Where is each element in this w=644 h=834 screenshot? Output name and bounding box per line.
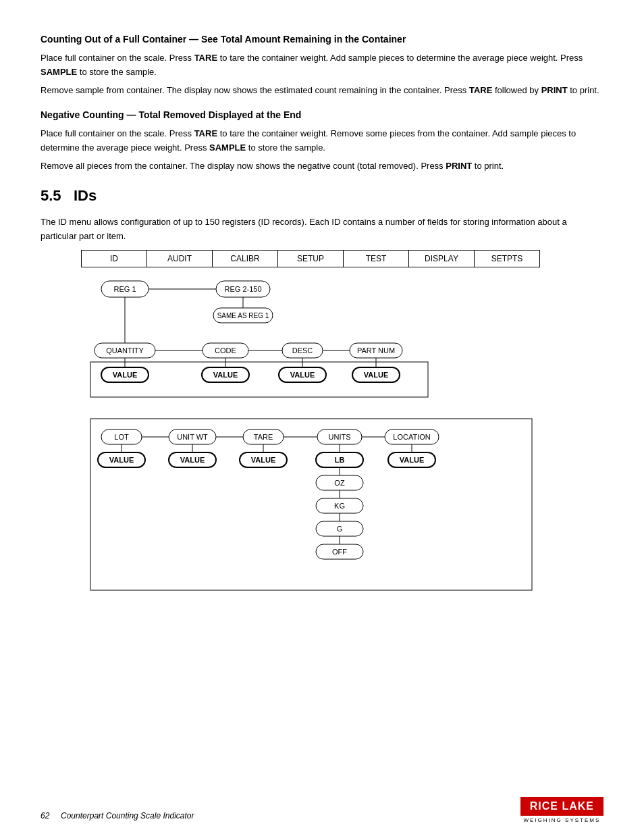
menu-bar: ID AUDIT CALIBR SETUP TEST DISPLAY SETPT…: [81, 250, 540, 267]
svg-text:VALUE: VALUE: [251, 456, 275, 464]
svg-text:LOCATION: LOCATION: [393, 433, 430, 441]
svg-text:LOT: LOT: [114, 433, 129, 441]
menu-setup: SETUP: [278, 251, 344, 267]
section1: Counting Out of a Full Container — See T…: [41, 34, 603, 97]
svg-text:UNIT WT: UNIT WT: [177, 433, 208, 441]
svg-text:OFF: OFF: [332, 548, 347, 556]
svg-text:VALUE: VALUE: [400, 456, 424, 464]
svg-rect-34: [90, 419, 532, 590]
svg-text:VALUE: VALUE: [113, 371, 137, 379]
menu-setpts: SETPTS: [475, 251, 539, 267]
svg-text:TARE: TARE: [254, 433, 273, 441]
section2-para1: Place full container on the scale. Press…: [41, 127, 603, 155]
sample-key-1: SAMPLE: [41, 67, 77, 77]
svg-text:DESC: DESC: [292, 346, 313, 355]
section1-para1: Place full container on the scale. Press…: [41, 51, 603, 80]
tare-key-2: TARE: [469, 85, 492, 95]
svg-text:VALUE: VALUE: [213, 371, 238, 379]
sample-key-2: SAMPLE: [209, 142, 246, 153]
footer-page: 62 Counterpart Counting Scale Indicator: [41, 811, 194, 820]
section55-heading: 5.5 IDs: [41, 187, 603, 205]
svg-text:CODE: CODE: [215, 346, 236, 355]
section55: 5.5 IDs The ID menu allows configuration…: [41, 187, 603, 244]
menu-calibr: CALIBR: [213, 251, 278, 267]
print-key-1: PRINT: [541, 85, 568, 95]
menu-display: DISPLAY: [409, 251, 475, 267]
svg-text:VALUE: VALUE: [290, 371, 315, 379]
svg-text:REG 1: REG 1: [113, 285, 136, 293]
svg-text:LB: LB: [335, 456, 345, 464]
svg-text:UNITS: UNITS: [329, 433, 351, 441]
svg-text:VALUE: VALUE: [364, 371, 388, 379]
tree-diagram: REG 1 REG 2-150 SAME AS REG 1 QUANTITY C…: [81, 267, 540, 605]
svg-text:G: G: [337, 525, 343, 533]
tare-key-3: TARE: [194, 128, 217, 138]
section55-body: The ID menu allows configuration of up t…: [41, 215, 603, 244]
section2: Negative Counting — Total Removed Displa…: [41, 109, 603, 173]
svg-text:PART NUM: PART NUM: [357, 346, 395, 355]
logo-sub: WEIGHING SYSTEMS: [523, 817, 600, 823]
section1-para2: Remove sample from container. The displa…: [41, 84, 603, 98]
print-key-2: PRINT: [446, 161, 472, 171]
logo-area: RICE LAKE WEIGHING SYSTEMS: [520, 797, 603, 823]
logo-rice-lake: RICE LAKE: [520, 797, 603, 816]
svg-text:QUANTITY: QUANTITY: [106, 346, 144, 355]
menu-audit: AUDIT: [147, 251, 213, 267]
section2-para2: Remove all pieces from the container. Th…: [41, 159, 603, 174]
svg-text:VALUE: VALUE: [109, 456, 134, 464]
svg-text:REG 2-150: REG 2-150: [224, 285, 261, 293]
ids-diagram: ID AUDIT CALIBR SETUP TEST DISPLAY SETPT…: [81, 250, 540, 605]
tare-key-1: TARE: [194, 53, 217, 63]
menu-test: TEST: [344, 251, 409, 267]
svg-text:VALUE: VALUE: [180, 456, 205, 464]
svg-text:KG: KG: [334, 502, 345, 510]
section1-title: Counting Out of a Full Container — See T…: [41, 34, 603, 45]
section2-title: Negative Counting — Total Removed Displa…: [41, 109, 603, 120]
svg-text:SAME AS REG 1: SAME AS REG 1: [217, 312, 269, 319]
menu-id: ID: [82, 251, 147, 267]
svg-text:OZ: OZ: [334, 479, 345, 487]
